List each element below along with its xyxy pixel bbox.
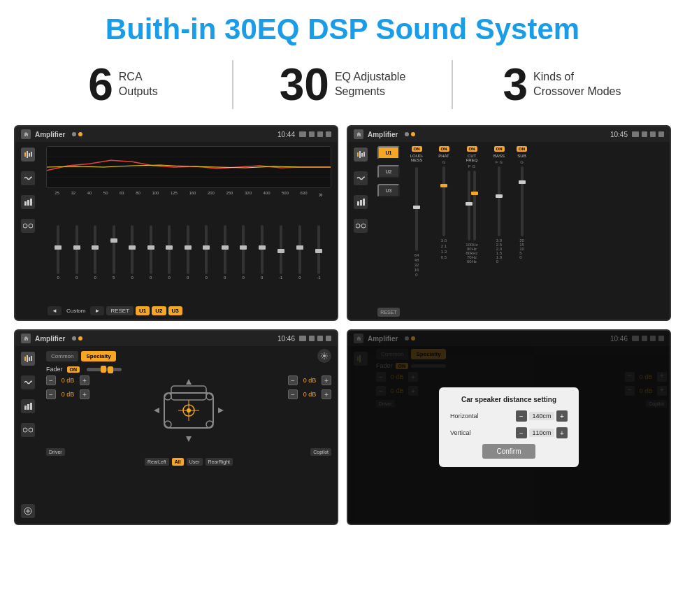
settings-icon[interactable] — [317, 349, 331, 363]
fader-time: 10:46 — [277, 335, 295, 343]
sub-vals: 20 15 10 5 0 — [519, 238, 524, 259]
eq-thumb-8 — [203, 245, 210, 250]
cutfreq-on[interactable]: ON — [467, 146, 477, 152]
crossover-sidebar-icon-2[interactable] — [354, 171, 368, 185]
vol-icon-3 — [309, 336, 315, 341]
eq-slider-8[interactable]: 0 — [205, 224, 208, 280]
fader-on-btn[interactable]: ON — [67, 366, 80, 373]
fader-user-btn[interactable]: User — [187, 458, 203, 466]
horizontal-minus-btn[interactable]: − — [516, 410, 527, 422]
eq-sidebar — [15, 142, 41, 320]
db-row-0: − 0 dB + — [46, 375, 89, 385]
eq-slider-14[interactable]: -1 — [317, 224, 320, 280]
eq-slider-13[interactable]: 0 — [298, 224, 301, 280]
fader-sidebar-icon-2[interactable] — [21, 375, 35, 389]
crossover-sidebar-icon-4[interactable] — [354, 219, 368, 233]
db-plus-1[interactable]: + — [80, 389, 89, 399]
eq-main-content: 25 32 40 50 63 80 100 125 160 200 250 32… — [41, 142, 337, 320]
distance-screen: Amplifier 10:46 Common — [347, 329, 671, 525]
eq-u3-button[interactable]: U3 — [168, 306, 182, 315]
eq-u1-button[interactable]: U1 — [136, 306, 150, 315]
eq-track-11 — [261, 225, 264, 274]
u3-preset-btn[interactable]: U3 — [377, 184, 400, 197]
eq-slider-4[interactable]: 0 — [131, 224, 134, 280]
horizontal-plus-btn[interactable]: + — [556, 410, 568, 422]
eq-slider-9[interactable]: 0 — [224, 224, 226, 280]
confirm-button[interactable]: Confirm — [482, 444, 535, 459]
phat-on[interactable]: ON — [439, 146, 449, 152]
cutfreq-f-track — [468, 171, 470, 241]
eq-val-2: 0 — [94, 275, 96, 280]
eq-slider-6[interactable]: 0 — [168, 224, 171, 280]
svg-rect-24 — [29, 357, 30, 361]
crossover-screen: Amplifier 10:45 — [347, 125, 671, 321]
fader-sidebar-icon-3[interactable] — [21, 399, 35, 413]
eq-slider-2[interactable]: 0 — [94, 224, 96, 280]
home-icon[interactable] — [21, 129, 31, 139]
eq-sidebar-icon-1[interactable] — [21, 148, 35, 162]
fader-bottom-labels: Driver Copilot — [46, 448, 331, 456]
freq-25: 25 — [55, 191, 59, 199]
db-minus-0[interactable]: − — [46, 375, 56, 385]
fader-label-row: Fader ON — [46, 366, 331, 373]
home-icon-2[interactable] — [354, 129, 363, 139]
cutfreq-f-thumb — [466, 202, 473, 206]
u2-preset-btn[interactable]: U2 — [377, 165, 400, 178]
fader-sidebar-icon-4[interactable] — [21, 423, 35, 437]
dialog-horizontal-control: − 140cm + — [516, 410, 568, 422]
u1-preset-btn[interactable]: U1 — [377, 146, 400, 159]
eq-next-button[interactable]: ► — [90, 306, 104, 315]
vertical-plus-btn[interactable]: + — [556, 427, 568, 438]
fader-rearright-btn[interactable]: RearRight — [206, 458, 233, 466]
eq-sidebar-icon-4[interactable] — [21, 219, 35, 233]
crossover-sidebar-icon-1[interactable] — [354, 148, 368, 162]
fader-tab-common[interactable]: Common — [46, 351, 78, 361]
db-plus-3[interactable]: + — [322, 389, 331, 399]
fader-all-btn[interactable]: All — [172, 458, 184, 466]
eq-slider-3[interactable]: 5 — [113, 224, 115, 280]
fader-all-row: RearLeft All User RearRight — [46, 458, 331, 466]
eq-sidebar-icon-3[interactable] — [21, 195, 35, 209]
stat-eq-number: 30 — [280, 62, 329, 107]
loudness-on[interactable]: ON — [412, 146, 422, 152]
db-minus-2[interactable]: − — [288, 375, 298, 385]
eq-val-14: -1 — [317, 275, 320, 280]
crossover-time: 10:45 — [610, 131, 628, 138]
crossover-sidebar-icon-3[interactable] — [354, 195, 368, 209]
fader-copilot-btn[interactable]: Copilot — [310, 448, 331, 456]
fader-sidebar-icon-1[interactable] — [21, 352, 35, 366]
eq-reset-button[interactable]: RESET — [106, 306, 134, 315]
db-plus-2[interactable]: + — [322, 375, 331, 385]
eq-prev-button[interactable]: ◄ — [48, 306, 62, 315]
eq-u2-button[interactable]: U2 — [152, 306, 166, 315]
fader-rearleft-btn[interactable]: RearLeft — [145, 458, 169, 466]
eq-slider-0[interactable]: 0 — [57, 224, 59, 280]
sub-on[interactable]: ON — [517, 146, 527, 152]
db-plus-0[interactable]: + — [80, 375, 89, 385]
freq-labels-row: 25 32 40 50 63 80 100 125 160 200 250 32… — [46, 191, 331, 199]
fader-tab-specialty[interactable]: Specialty — [81, 351, 115, 361]
eq-slider-12[interactable]: -1 — [279, 224, 282, 280]
eq-slider-7[interactable]: 0 — [187, 224, 189, 280]
svg-rect-15 — [361, 153, 363, 157]
cam-icon-2 — [632, 131, 639, 137]
dialog-vertical-label: Vertical — [450, 429, 471, 436]
eq-slider-11[interactable]: 0 — [261, 224, 264, 280]
eq-slider-1[interactable]: 0 — [75, 224, 78, 280]
fader-thumb — [101, 366, 106, 373]
eq-screen: Amplifier 10:44 — [14, 125, 338, 321]
eq-sidebar-icon-2[interactable] — [21, 171, 35, 185]
fader-horizontal-slider[interactable] — [87, 368, 122, 371]
crossover-reset-btn[interactable]: RESET — [377, 308, 400, 317]
db-minus-1[interactable]: − — [46, 389, 56, 399]
eq-slider-10[interactable]: 0 — [242, 224, 245, 280]
fader-sidebar-icon-5[interactable] — [21, 504, 35, 518]
fader-driver-btn[interactable]: Driver — [46, 448, 65, 456]
more-button[interactable]: » — [319, 191, 323, 199]
home-icon-3[interactable] — [21, 334, 31, 343]
db-minus-3[interactable]: − — [288, 389, 298, 399]
bass-on[interactable]: ON — [494, 146, 505, 152]
vertical-minus-btn[interactable]: − — [516, 427, 527, 438]
eq-slider-5[interactable]: 0 — [150, 224, 152, 280]
svg-rect-14 — [359, 151, 361, 158]
